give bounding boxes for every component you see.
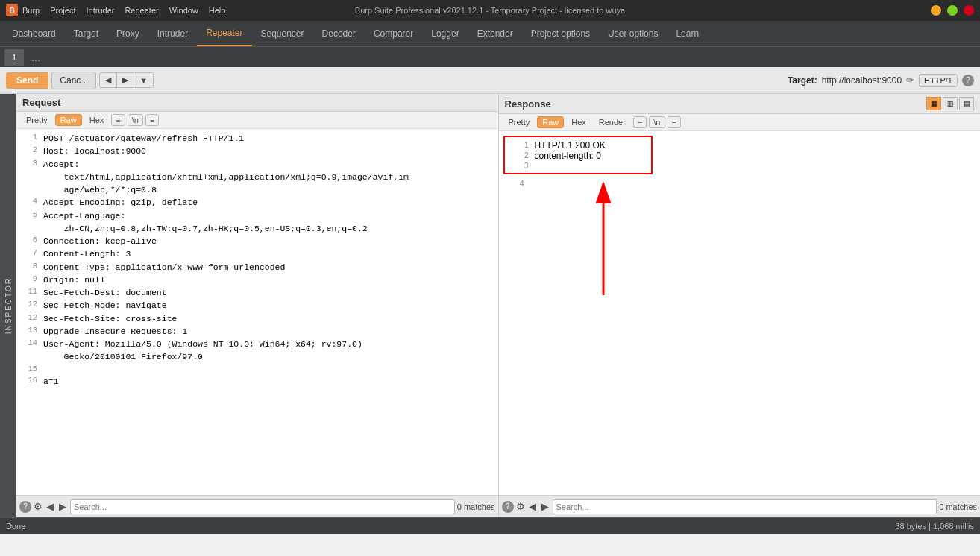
table-row: 2Host: localhost:9000 <box>16 145 495 157</box>
request-toolbar: Pretty Raw Hex ≡ \n ≡ <box>16 112 498 129</box>
nav-user-options[interactable]: User options <box>599 21 667 46</box>
inspector-sidebar: INSPECTOR <box>0 94 16 517</box>
table-row: text/html,application/xhtml+xml,applicat… <box>16 171 495 183</box>
request-search-input[interactable] <box>70 499 455 514</box>
nav-learn[interactable]: Learn <box>667 21 708 46</box>
response-body[interactable]: 1HTTP/1.1 200 OK 2content-length: 0 3 4 <box>499 131 981 495</box>
response-highlighted-box: 1HTTP/1.1 200 OK 2content-length: 0 3 <box>503 136 653 174</box>
title-bar: B Burp Project Intruder Repeater Window … <box>0 0 980 21</box>
main-content: INSPECTOR Request Pretty Raw Hex ≡ \n ≡ … <box>0 94 980 517</box>
request-search-next-icon[interactable]: ▶ <box>57 501 68 512</box>
request-raw-btn[interactable]: Raw <box>55 114 82 126</box>
menu-intruder[interactable]: Intruder <box>87 6 115 15</box>
nav-comparer[interactable]: Comparer <box>365 21 422 46</box>
target-info: Target: http://localhost:9000 ✏ HTTP/1 ? <box>788 74 974 87</box>
response-hex-btn[interactable]: Hex <box>566 116 591 128</box>
tab-1[interactable]: 1 <box>4 49 24 66</box>
dropdown-arrow-button[interactable]: ▼ <box>134 73 153 87</box>
nav-decoder[interactable]: Decoder <box>313 21 365 46</box>
nav-project-options[interactable]: Project options <box>522 21 599 46</box>
response-match-count: 0 matches <box>939 502 977 511</box>
response-menu-btn[interactable]: ≡ <box>668 116 681 128</box>
table-row: 11Sec-Fetch-Dest: document <box>16 286 495 299</box>
send-button[interactable]: Send <box>6 72 48 89</box>
response-search-prev-icon[interactable]: ◀ <box>527 501 538 512</box>
close-button[interactable] <box>964 5 974 16</box>
response-search-next-icon[interactable]: ▶ <box>540 501 550 512</box>
menu-repeater[interactable]: Repeater <box>125 6 158 15</box>
table-row: 16a=1 <box>16 375 495 388</box>
response-panel: Response ▦ ▥ ▤ Pretty Raw Hex Render ≡ \… <box>499 94 981 517</box>
response-pretty-btn[interactable]: Pretty <box>503 116 535 128</box>
table-row: 7Content-Length: 3 <box>16 247 495 260</box>
target-url: http://localhost:9000 <box>822 75 902 86</box>
request-panel: Request Pretty Raw Hex ≡ \n ≡ 1POST /act… <box>16 94 499 517</box>
cancel-button[interactable]: Canc... <box>51 72 96 89</box>
window-controls[interactable] <box>931 5 974 16</box>
table-row: 3 <box>508 161 648 170</box>
request-code-area[interactable]: 1POST /actuator/gateway/refresh HTTP/1.1… <box>16 129 498 495</box>
table-row: 1POST /actuator/gateway/refresh HTTP/1.1 <box>16 132 495 145</box>
request-wrap-btn[interactable]: \n <box>128 114 143 126</box>
nav-extender[interactable]: Extender <box>468 21 522 46</box>
prev-arrow-button[interactable]: ◀ <box>100 73 117 87</box>
nav-proxy[interactable]: Proxy <box>107 21 148 46</box>
next-arrow-button[interactable]: ▶ <box>117 73 134 87</box>
layout-single-btn[interactable]: ▤ <box>959 97 974 110</box>
request-hex-btn[interactable]: Hex <box>84 114 110 126</box>
maximize-button[interactable] <box>947 5 958 16</box>
red-arrow-annotation <box>559 168 648 318</box>
nav-logger[interactable]: Logger <box>422 21 468 46</box>
menu-project[interactable]: Project <box>50 6 75 15</box>
window-title: Burp Suite Professional v2021.12.1 - Tem… <box>355 6 625 15</box>
help-icon[interactable]: ? <box>962 75 974 86</box>
table-row: Gecko/20100101 Firefox/97.0 <box>16 350 495 363</box>
response-filter-btn[interactable]: ≡ <box>633 116 647 128</box>
burp-icon: B <box>6 4 18 16</box>
inspector-label: INSPECTOR <box>4 277 13 334</box>
menu-burp[interactable]: Burp <box>22 6 40 15</box>
edit-target-icon[interactable]: ✏ <box>906 75 914 86</box>
layout-icons: ▦ ▥ ▤ <box>926 97 974 110</box>
nav-intruder[interactable]: Intruder <box>148 21 197 46</box>
response-render-btn[interactable]: Render <box>594 116 631 128</box>
request-filter-btn[interactable]: ≡ <box>111 114 125 126</box>
minimize-button[interactable] <box>931 5 941 16</box>
status-text: Done <box>6 522 25 531</box>
panels: Request Pretty Raw Hex ≡ \n ≡ 1POST /act… <box>16 94 980 517</box>
layout-split-horizontal-btn[interactable]: ▥ <box>943 97 958 110</box>
response-search-help-icon[interactable]: ? <box>502 501 514 513</box>
http-version-badge[interactable]: HTTP/1 <box>919 74 958 87</box>
request-panel-header: Request <box>16 94 498 112</box>
table-row: 4Accept-Encoding: gzip, deflate <box>16 196 495 209</box>
status-bar: Done 38 bytes | 1,068 millis <box>0 517 980 534</box>
table-row: 12Sec-Fetch-Mode: navigate <box>16 299 495 312</box>
request-search-settings-icon[interactable]: ⚙ <box>34 501 43 512</box>
menu-help[interactable]: Help <box>209 6 226 15</box>
request-pretty-btn[interactable]: Pretty <box>21 114 53 126</box>
table-row: 15 <box>16 364 495 376</box>
response-raw-btn[interactable]: Raw <box>537 116 564 128</box>
response-search-bar: ? ⚙ ◀ ▶ 0 matches <box>499 495 981 517</box>
nav-repeater[interactable]: Repeater <box>197 21 251 46</box>
table-row: 14User-Agent: Mozilla/5.0 (Windows NT 10… <box>16 338 495 350</box>
request-search-prev-icon[interactable]: ◀ <box>45 501 55 512</box>
title-bar-menus[interactable]: Burp Project Intruder Repeater Window He… <box>22 6 225 15</box>
table-row: 13Upgrade-Insecure-Requests: 1 <box>16 325 495 338</box>
target-label: Target: <box>788 75 817 86</box>
request-search-help-icon[interactable]: ? <box>19 501 31 513</box>
table-row: 6Connection: keep-alive <box>16 235 495 247</box>
response-wrap-btn[interactable]: \n <box>649 116 665 128</box>
nav-target[interactable]: Target <box>65 21 107 46</box>
table-row: 8Content-Type: application/x-www-form-ur… <box>16 261 495 274</box>
menu-window[interactable]: Window <box>169 6 198 15</box>
tab-more[interactable]: ... <box>25 50 46 65</box>
request-match-count: 0 matches <box>457 502 495 511</box>
response-search-input[interactable] <box>553 499 937 514</box>
response-search-settings-icon[interactable]: ⚙ <box>516 501 525 512</box>
request-menu-btn[interactable]: ≡ <box>145 114 159 126</box>
table-row: 9Origin: null <box>16 274 495 286</box>
nav-dashboard[interactable]: Dashboard <box>3 21 65 46</box>
nav-sequencer[interactable]: Sequencer <box>252 21 313 46</box>
layout-split-vertical-btn[interactable]: ▦ <box>926 97 941 110</box>
